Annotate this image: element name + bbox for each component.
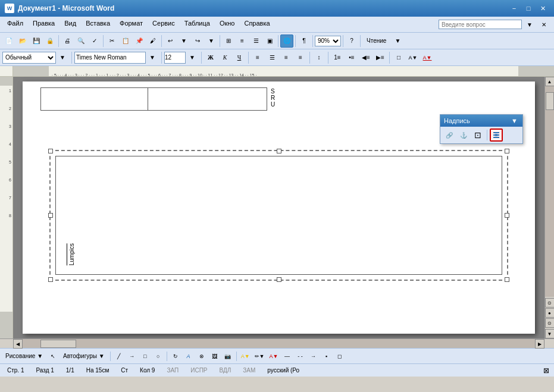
handle-bl[interactable] bbox=[48, 277, 53, 282]
save-button[interactable]: 💾 bbox=[30, 35, 43, 48]
font-size-input[interactable] bbox=[164, 52, 186, 64]
web-layout-btn[interactable]: 🌐 bbox=[280, 35, 293, 48]
h-scroll-thumb[interactable] bbox=[40, 340, 76, 348]
scroll-up-btn[interactable]: ▲ bbox=[545, 77, 555, 86]
scroll-thumb[interactable] bbox=[546, 92, 554, 110]
font-color-btn2[interactable]: A▼ bbox=[267, 350, 280, 362]
menu-tools[interactable]: Сервис bbox=[148, 18, 180, 28]
insert-frame-btn[interactable]: ▣ bbox=[263, 35, 276, 48]
drawing-menu-btn[interactable]: Рисование ▼ bbox=[2, 350, 46, 362]
rotate-btn[interactable]: ↻ bbox=[170, 350, 181, 362]
bold-button[interactable]: Ж bbox=[204, 51, 217, 64]
paste-button[interactable]: 📌 bbox=[133, 35, 146, 48]
decrease-indent-btn[interactable]: ◀≡ bbox=[359, 51, 373, 64]
scroll-track[interactable] bbox=[545, 86, 554, 297]
next-page-btn[interactable]: ⊙ bbox=[545, 318, 555, 328]
handle-tm[interactable] bbox=[277, 149, 281, 153]
fill-color-btn[interactable]: A▼ bbox=[239, 350, 252, 362]
insert-wordart-btn[interactable]: A bbox=[183, 350, 195, 362]
handle-tr[interactable] bbox=[505, 149, 509, 153]
highlight-btn[interactable]: A▼ bbox=[406, 51, 420, 64]
scroll-left-btn[interactable]: ◀ bbox=[13, 339, 23, 349]
line-style-btn[interactable]: — bbox=[281, 350, 293, 362]
show-formatting-btn[interactable]: ¶ bbox=[298, 35, 311, 48]
handle-bm[interactable] bbox=[277, 277, 281, 282]
menu-format[interactable]: Формат bbox=[115, 18, 148, 28]
open-button[interactable]: 📂 bbox=[16, 35, 29, 48]
align-left-btn[interactable]: ≡ bbox=[251, 51, 264, 64]
permission-button[interactable]: 🔒 bbox=[43, 35, 57, 48]
bullets-btn[interactable]: •≡ bbox=[345, 51, 358, 64]
menu-insert[interactable]: Вставка bbox=[81, 18, 115, 28]
undo-dropdown[interactable]: ▼ bbox=[177, 35, 190, 48]
print-preview-button[interactable]: 🔍 bbox=[74, 35, 87, 48]
redo-button[interactable]: ↪ bbox=[191, 35, 204, 48]
format-painter[interactable]: 🖌 bbox=[146, 35, 159, 48]
insert-columns-btn[interactable]: ≡ bbox=[236, 35, 249, 48]
underline-button[interactable]: Ч bbox=[233, 51, 246, 64]
search-dropdown[interactable]: ▼ bbox=[523, 18, 536, 31]
handle-br[interactable] bbox=[505, 277, 509, 282]
select-objects-btn[interactable]: ↖ bbox=[47, 350, 59, 362]
handle-ml[interactable] bbox=[48, 213, 53, 218]
handle-mr[interactable] bbox=[505, 213, 509, 218]
textbox-container[interactable]: Lumpics bbox=[49, 150, 508, 281]
menu-view[interactable]: Вид bbox=[60, 18, 81, 28]
arrow-style-btn[interactable]: → bbox=[307, 350, 319, 362]
insert-rows-btn[interactable]: ☰ bbox=[249, 35, 262, 48]
line-spacing-btn[interactable]: ↕ bbox=[312, 51, 325, 64]
maximize-button[interactable]: □ bbox=[522, 3, 535, 14]
textbox-inner[interactable]: Lumpics bbox=[55, 156, 502, 275]
italic-button[interactable]: К bbox=[218, 51, 231, 64]
align-right-btn[interactable]: ≡ bbox=[280, 51, 293, 64]
font-color-btn[interactable]: A▼ bbox=[421, 51, 434, 64]
outside-border-btn[interactable]: □ bbox=[392, 51, 405, 64]
scroll-right-btn[interactable]: ▶ bbox=[535, 339, 544, 349]
print-button[interactable]: 🖨 bbox=[61, 35, 74, 48]
copy-button[interactable]: 📋 bbox=[119, 35, 132, 48]
insert-clipart-btn[interactable]: 🖼 bbox=[209, 350, 221, 362]
ellipse-btn[interactable]: ○ bbox=[152, 350, 164, 362]
nadpis-link-btn[interactable]: 🔗 bbox=[443, 128, 456, 142]
font-name-input[interactable] bbox=[74, 52, 146, 64]
minimize-button[interactable]: − bbox=[508, 3, 521, 14]
menu-window[interactable]: Окно bbox=[215, 18, 240, 28]
style-dropdown[interactable]: ▼ bbox=[56, 52, 69, 64]
line-btn[interactable]: ╱ bbox=[113, 350, 125, 362]
cut-button[interactable]: ✂ bbox=[105, 35, 118, 48]
increase-indent-btn[interactable]: ▶≡ bbox=[374, 51, 387, 64]
font-dropdown[interactable]: ▼ bbox=[146, 52, 159, 64]
nadpis-title-bar[interactable]: Надпись ▼ bbox=[440, 115, 522, 127]
reading-mode-btn[interactable]: Чтение bbox=[362, 35, 390, 48]
search-close[interactable]: ✕ bbox=[537, 18, 550, 31]
menu-table[interactable]: Таблица bbox=[180, 18, 215, 28]
close-button[interactable]: ✕ bbox=[536, 3, 549, 14]
dash-style-btn[interactable]: - - bbox=[294, 350, 306, 362]
menu-file[interactable]: Файл bbox=[2, 18, 28, 28]
numbering-btn[interactable]: 1≡ bbox=[331, 51, 344, 64]
rectangle-btn[interactable]: □ bbox=[139, 350, 151, 362]
new-button[interactable]: 📄 bbox=[2, 35, 15, 48]
spell-check-button[interactable]: ✓ bbox=[88, 35, 101, 48]
align-center-btn[interactable]: ☰ bbox=[265, 51, 278, 64]
reading-mode-dropdown[interactable]: ▼ bbox=[391, 35, 404, 48]
search-input[interactable] bbox=[439, 20, 522, 29]
style-select[interactable]: Обычный bbox=[2, 52, 56, 64]
nadpis-frame-btn[interactable]: ⊡ bbox=[471, 128, 484, 142]
redo-dropdown[interactable]: ▼ bbox=[205, 35, 218, 48]
select-browse-btn[interactable]: ● bbox=[545, 308, 555, 318]
undo-button[interactable]: ↩ bbox=[164, 35, 177, 48]
insert-table-btn[interactable]: ⊞ bbox=[222, 35, 235, 48]
insert-diagram-btn[interactable]: ⊗ bbox=[196, 350, 208, 362]
shadow-btn[interactable]: ▪ bbox=[320, 350, 332, 362]
help-btn[interactable]: ? bbox=[345, 35, 358, 48]
menu-help[interactable]: Справка bbox=[239, 18, 274, 28]
3d-btn[interactable]: ◻ bbox=[333, 350, 345, 362]
prev-page-btn[interactable]: ⊙ bbox=[545, 298, 555, 308]
zoom-select[interactable]: 90% 100% 75% bbox=[315, 36, 341, 46]
size-dropdown[interactable]: ▼ bbox=[186, 52, 199, 64]
h-scroll-track[interactable] bbox=[23, 339, 535, 348]
line-color-btn[interactable]: ✏▼ bbox=[253, 350, 267, 362]
nadpis-text-direction-btn[interactable]: ≡ bbox=[490, 128, 503, 142]
insert-image-btn[interactable]: 📷 bbox=[222, 350, 234, 362]
